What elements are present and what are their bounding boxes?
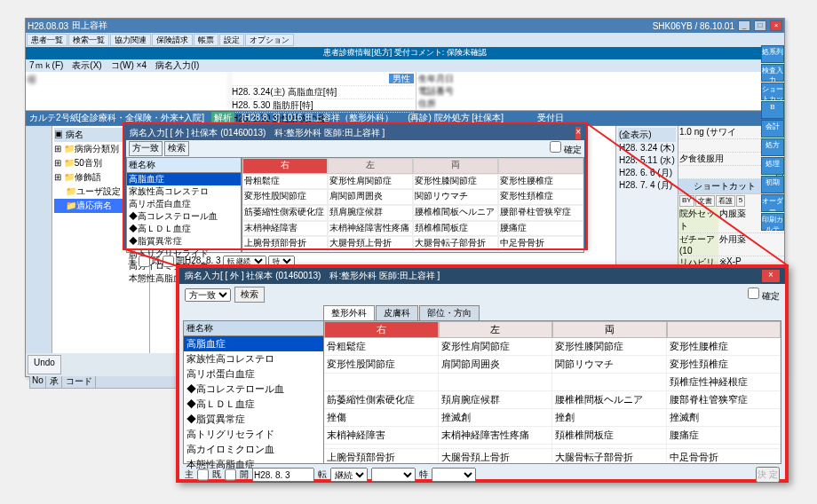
tab-ortho[interactable]: 整形外科: [323, 305, 375, 320]
karte-mode[interactable]: 解析: [211, 112, 234, 124]
menu-insurance[interactable]: 保険請求: [152, 34, 193, 46]
grid-cell[interactable]: [439, 374, 553, 390]
side-btn[interactable]: 処方: [761, 138, 784, 156]
outcome-select[interactable]: 継続: [330, 468, 368, 482]
disease-list-small[interactable]: 種名称 高脂血症 家族性高コレステロ 高リポ蛋白血症 ◆高コレステロール血 ◆高…: [126, 157, 242, 253]
menu-settings[interactable]: 設定: [219, 34, 244, 46]
col-right[interactable]: 右: [324, 321, 439, 338]
grid-cell[interactable]: 中足骨骨折: [667, 449, 781, 463]
grid-cell[interactable]: 変形性肩関節症: [439, 338, 553, 355]
main-menu: 患者一覧 検索一覧 協力関連 保険請求 帳票 設定 オプション: [26, 33, 784, 47]
title-sys: SHK06YB / 86.10.01: [653, 21, 734, 31]
grid-cell[interactable]: 変形性膝関節症: [552, 338, 667, 355]
minimize-button[interactable]: _: [738, 20, 750, 31]
grid-cell[interactable]: 挫傷: [324, 409, 439, 426]
menu-coop[interactable]: 協力関連: [110, 34, 151, 46]
undo-button[interactable]: Undo: [28, 355, 61, 374]
grid-cell[interactable]: 変形性腰椎症: [667, 338, 781, 355]
grid-cell[interactable]: [552, 445, 667, 448]
grid-cell[interactable]: 変形性頚椎症: [667, 356, 781, 373]
main-checkbox[interactable]: [197, 468, 209, 482]
zoom-title: 病名入力[ [ 外 ] 社保本 (01460013) 科:整形外科 医師:田上容…: [185, 270, 440, 282]
list-item[interactable]: ◆高コレステロール血: [184, 382, 323, 397]
grid-cell[interactable]: [324, 374, 439, 390]
grid-cell[interactable]: [439, 445, 553, 448]
side-btn[interactable]: 処系列: [761, 45, 784, 63]
menu-reports[interactable]: 帳票: [194, 34, 218, 46]
grid-cell[interactable]: 腰痛症: [667, 427, 781, 444]
disease-input-popup-small: 病名入力[ [ 外 ] 社保本 (01460013) 科:整形外科 医師:田上容…: [124, 124, 586, 248]
tab-derm[interactable]: 皮膚科: [376, 305, 418, 320]
outcome-blank-select[interactable]: [371, 468, 416, 482]
grid-cell[interactable]: 挫滅劑: [667, 409, 781, 426]
grid-cell[interactable]: 大腿骨頚上骨折: [439, 449, 553, 463]
side-btn[interactable]: ショートカット: [761, 83, 784, 100]
side-btn[interactable]: B: [761, 101, 784, 119]
grid-cell[interactable]: 筋萎縮性側索硬化症: [324, 391, 439, 408]
grid-cell[interactable]: 末梢神経障害性疼痛: [439, 427, 553, 444]
confirm-checkbox[interactable]: 確定: [748, 287, 780, 303]
karte-tab-label[interactable]: カルテ2号紙[全診療科・全保険・外来+入院]: [29, 112, 204, 124]
existing-checkbox[interactable]: [225, 468, 236, 482]
side-btn[interactable]: 処理: [761, 157, 784, 175]
close-button[interactable]: ×: [770, 20, 782, 31]
grid-cell[interactable]: [667, 445, 781, 448]
log-date[interactable]: H28. 7. 4 (月): [618, 179, 676, 192]
grid-cell[interactable]: 頚肩腕症候群: [439, 391, 553, 408]
list-item[interactable]: 高リポ蛋白血症: [184, 366, 323, 382]
list-item[interactable]: ◆高ＬＤＬ血症: [184, 397, 323, 412]
start-date-input[interactable]: [252, 468, 314, 482]
disease-grid-small[interactable]: 右左両 骨粗鬆症変形性肩関節症変形性膝関節症変形性腰椎症 変形性股関節症肩関節周…: [242, 157, 584, 253]
grid-cell[interactable]: 腰椎椎間板ヘルニア: [552, 391, 667, 408]
side-btn[interactable]: 印刷カルテ: [761, 213, 784, 231]
grid-row: 骨粗鬆症変形性肩関節症変形性膝関節症変形性腰椎症: [324, 338, 781, 356]
popup-close-icon[interactable]: ×: [575, 127, 581, 139]
grid-cell[interactable]: 腰部脊柱管狭窄症: [667, 391, 781, 408]
log-date[interactable]: H28. 5.11 (水): [618, 154, 676, 167]
menu-patients[interactable]: 患者一覧: [27, 34, 67, 46]
side-btn[interactable]: 会計: [761, 120, 784, 138]
patient-info-area: 生年月日 電話番号 住所: [416, 72, 784, 110]
search-mode-select[interactable]: 方一致: [185, 288, 231, 302]
patient-diagnosis-list: 男性 H28. 3.24(主) 高脂血症[特] H28. 5.30 脂肪肝[特]…: [230, 72, 416, 110]
list-item[interactable]: 家族性高コレステロ: [184, 351, 323, 366]
log-date[interactable]: H28. 6. 6 (月): [618, 167, 676, 179]
grid-cell[interactable]: 大腿骨転子部骨折: [552, 449, 667, 463]
zoom-close-icon[interactable]: ×: [762, 270, 780, 282]
log-header: (全表示): [618, 128, 676, 142]
special-select[interactable]: [432, 468, 476, 482]
grid-cell[interactable]: 頚椎椎間板症: [552, 427, 667, 444]
menu-search[interactable]: 検索一覧: [68, 34, 109, 46]
col-both[interactable]: 両: [552, 321, 667, 338]
grid-cell[interactable]: 挫創: [552, 409, 667, 426]
grid-cell[interactable]: [552, 374, 667, 390]
grid-cell[interactable]: 頚椎症性神経根症: [667, 374, 781, 390]
grid-cell[interactable]: 末梢神経障害: [324, 427, 439, 444]
grid-cell[interactable]: 関節リウマチ: [552, 356, 667, 373]
search-button[interactable]: 検索: [234, 287, 265, 303]
submit-button[interactable]: 決 定: [756, 467, 780, 483]
log-date[interactable]: H28. 3.24 (木): [618, 142, 676, 154]
list-item[interactable]: ◆脂質異常症: [184, 412, 323, 427]
list-item[interactable]: 高トリグリセライド: [184, 427, 323, 442]
side-btn[interactable]: オーダー: [761, 194, 784, 212]
side-btn[interactable]: 検査入力: [761, 64, 784, 82]
side-btn[interactable]: 初期: [761, 176, 784, 193]
tab-site[interactable]: 部位・方向: [419, 305, 480, 320]
list-item[interactable]: 高脂血症: [184, 336, 323, 351]
list-item[interactable]: 高カイロミクロン血: [184, 442, 323, 457]
shortcut-title: ショートカット: [680, 180, 768, 193]
grid-cell[interactable]: 上腕骨頚部骨折: [324, 449, 439, 463]
grid-cell[interactable]: 挫滅創: [439, 409, 553, 426]
shortcut-item[interactable]: ゼチーア(10外用薬: [678, 233, 784, 256]
menu-options[interactable]: オプション: [245, 34, 294, 46]
dept-tabs: 整形外科 皮膚科 部位・方向: [320, 305, 483, 320]
grid-cell[interactable]: 肩関節周囲炎: [439, 356, 553, 373]
disease-grid: 右 左 両 骨粗鬆症変形性肩関節症変形性膝関節症変形性腰椎症変形性股関節症肩関節…: [324, 321, 781, 463]
disease-list[interactable]: 種名称 高脂血症 家族性高コレステロ 高リポ蛋白血症 ◆高コレステロール血 ◆高…: [184, 321, 324, 463]
grid-cell[interactable]: 変形性股関節症: [324, 356, 439, 373]
grid-cell[interactable]: [324, 445, 439, 448]
maximize-button[interactable]: □: [754, 20, 766, 31]
grid-cell[interactable]: 骨粗鬆症: [324, 338, 439, 355]
col-left[interactable]: 左: [439, 321, 553, 338]
